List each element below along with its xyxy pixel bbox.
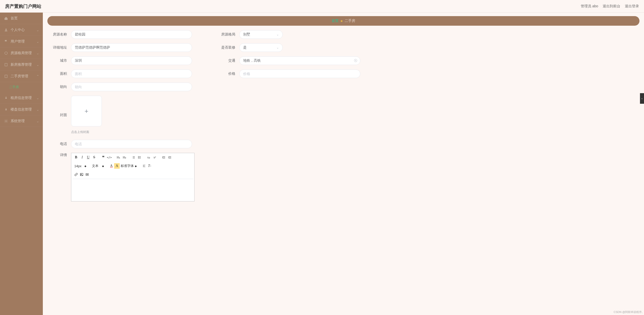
cover-upload[interactable]: + [71, 96, 102, 126]
align-button[interactable] [141, 163, 147, 169]
breadcrumb: 首页 ★ 二手房 [47, 16, 639, 26]
link-button[interactable] [73, 172, 79, 177]
sidebar-item-users[interactable]: 用户管理 ⌄ [0, 36, 43, 47]
gear-icon [4, 119, 8, 123]
app-title: 房产置购门户网站 [5, 3, 41, 9]
svg-point-0 [5, 28, 7, 30]
name-label: 房源名称 [51, 32, 67, 37]
chevron-up-icon: ⌃ [36, 74, 39, 78]
clear-format-button[interactable]: T× [147, 163, 152, 169]
chevron-down-icon: ⌄ [36, 28, 39, 32]
address-input[interactable] [71, 43, 192, 52]
editor-content[interactable] [71, 179, 194, 201]
sidebar-item-label: 个人中心 [11, 28, 25, 32]
form-right-column: 房源格局 别墅 ⌄ 是否装修 是 ⌄ 交通 [192, 30, 636, 206]
chevron-down-icon: ⌄ [36, 119, 39, 123]
logout-link[interactable]: 退出登录 [625, 4, 639, 9]
details-label: 详情 [51, 153, 67, 157]
breadcrumb-current: 二手房 [345, 19, 355, 23]
sidebar-item-system[interactable]: 系统管理 ⌄ [0, 115, 43, 127]
sidebar-item-layout-mgmt[interactable]: 房源格局管理 ⌄ [0, 47, 43, 59]
layout-label: 房源格局 [217, 32, 235, 37]
sidebar-item-label: 租房信息管理 [11, 96, 32, 100]
h2-button[interactable]: H₂ [122, 155, 127, 160]
font-size-select[interactable]: 14px◆ [73, 164, 87, 168]
font-color-button[interactable]: A [109, 163, 114, 169]
quote-button[interactable]: ❝ [101, 155, 106, 160]
sidebar-item-label: 系统管理 [11, 119, 25, 123]
sidebar-item-label: 房源格局管理 [11, 51, 32, 55]
subscript-button[interactable]: x₂ [146, 155, 151, 160]
svg-point-7 [138, 156, 139, 157]
clear-icon[interactable]: ⓧ [354, 58, 357, 63]
outdent-button[interactable] [161, 155, 167, 160]
chevron-down-icon: ⌄ [36, 63, 39, 67]
renovated-label: 是否装修 [217, 45, 235, 50]
text-style-select[interactable]: 文本◆ [91, 163, 105, 169]
bg-color-button[interactable]: A [114, 163, 120, 169]
chevron-down-icon: ⌄ [276, 33, 279, 36]
underline-button[interactable]: U [85, 155, 91, 160]
svg-point-6 [6, 121, 7, 122]
sidebar-item-rental[interactable]: 租房信息管理 ⌄ [0, 92, 43, 104]
side-tab[interactable]: ‹ [640, 93, 644, 104]
chevron-down-icon: ⌄ [36, 96, 39, 100]
doc-icon [4, 74, 8, 78]
code-button[interactable]: </> [107, 155, 112, 160]
circle-icon [4, 51, 8, 55]
ordered-list-button[interactable] [131, 155, 136, 160]
chevron-down-icon: ⌄ [36, 108, 39, 112]
svg-point-8 [138, 157, 139, 157]
sidebar-item-label: 用户管理 [11, 39, 25, 44]
flag-icon [4, 40, 8, 44]
price-input[interactable] [239, 69, 360, 78]
city-label: 城市 [51, 58, 67, 63]
h1-button[interactable]: H₁ [116, 155, 121, 160]
transport-input[interactable] [239, 56, 360, 65]
strike-button[interactable]: S [91, 155, 97, 160]
breadcrumb-home[interactable]: 首页 [332, 19, 339, 23]
chevron-down-icon: ⌄ [276, 46, 279, 49]
orientation-input[interactable] [71, 83, 192, 91]
admin-link[interactable]: 管理员 abo [581, 4, 598, 9]
svg-point-9 [138, 158, 139, 158]
name-input[interactable] [71, 30, 192, 39]
renovated-select[interactable]: 是 ⌄ [239, 43, 283, 52]
back-front-link[interactable]: 退出到前台 [603, 4, 620, 9]
transport-label: 交通 [217, 58, 235, 63]
phone-input[interactable] [71, 140, 192, 148]
doc-icon [4, 63, 8, 67]
svg-point-1 [5, 52, 8, 54]
sidebar-item-personal[interactable]: 个人中心 ⌄ [0, 24, 43, 36]
chevron-down-icon: ⌄ [36, 51, 39, 55]
superscript-button[interactable]: x² [152, 155, 157, 160]
sidebar-item-label: 二手房管理 [11, 74, 28, 79]
star-icon: ★ [340, 19, 343, 23]
header-actions: 管理员 abo 退出到前台 退出登录 [581, 4, 639, 9]
sidebar-item-building[interactable]: 楼盘信息管理 ⌄ [0, 104, 43, 115]
cover-hint: 点击上传封面 [71, 130, 192, 134]
city-input[interactable] [71, 56, 192, 65]
sidebar-subitem-label: 二手房 [9, 85, 19, 89]
renovated-value: 是 [243, 45, 247, 50]
font-family-select[interactable]: 标准字体◆ [120, 163, 138, 169]
unordered-list-button[interactable] [137, 155, 142, 160]
address-label: 详细地址 [51, 45, 67, 50]
editor-toolbar-2: 14px◆ 文本◆ A A 标准字体◆ T× [71, 162, 194, 170]
area-label: 面积 [51, 72, 67, 76]
sidebar-item-home[interactable]: 首页 [0, 13, 43, 24]
italic-button[interactable]: I [79, 155, 85, 160]
image-button[interactable] [79, 172, 84, 177]
layout-select[interactable]: 别墅 ⌄ [239, 30, 283, 39]
video-button[interactable] [84, 172, 90, 177]
area-input[interactable] [71, 69, 192, 78]
sidebar-item-newhouse[interactable]: 新房推荐管理 ⌄ [0, 59, 43, 71]
bold-button[interactable]: B [73, 155, 79, 160]
form-left-column: 房源名称 详细地址 城市 面积 朝向 封面 [51, 30, 192, 206]
cover-label: 封面 [51, 113, 67, 117]
indent-button[interactable] [167, 155, 173, 160]
user-icon [4, 28, 8, 32]
sidebar-item-secondhand[interactable]: 二手房管理 ⌃ [0, 71, 43, 82]
form: 房源名称 详细地址 城市 面积 朝向 封面 [47, 30, 639, 206]
sidebar-subitem-secondhand[interactable]: 二手房 [0, 82, 43, 92]
